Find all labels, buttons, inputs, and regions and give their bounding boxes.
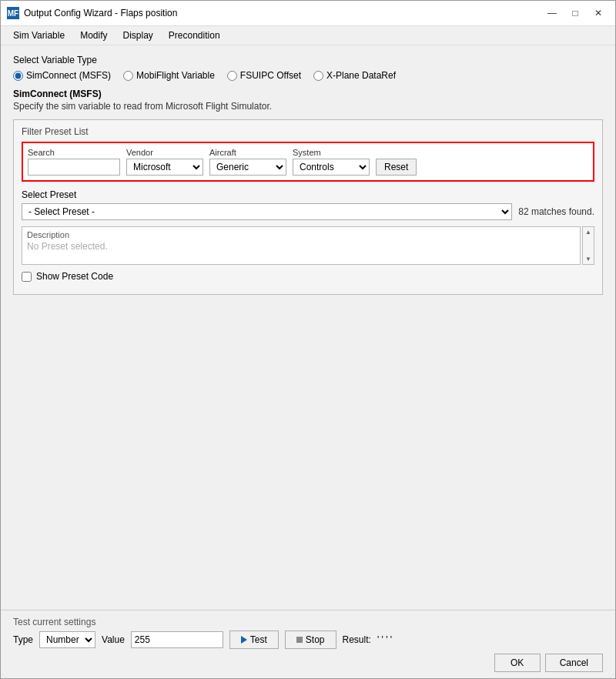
window-controls: — □ ✕: [541, 5, 609, 21]
result-value: ' ' ' ': [377, 634, 392, 645]
cancel-button[interactable]: Cancel: [545, 654, 603, 672]
scroll-down-icon[interactable]: ▼: [585, 256, 591, 263]
radio-xplane[interactable]: X-Plane DataRef: [313, 70, 396, 81]
main-window: MF Output Config Wizard - Flaps position…: [0, 0, 616, 679]
description-content: No Preset selected.: [27, 241, 575, 252]
description-label: Description: [27, 230, 575, 239]
type-select[interactable]: Number: [39, 631, 95, 648]
play-icon: [241, 636, 247, 644]
vendor-col: Vendor Microsoft: [126, 148, 203, 176]
select-preset-label: Select Preset: [22, 189, 594, 200]
app-icon: MF: [7, 7, 19, 19]
search-input[interactable]: [28, 159, 120, 176]
radio-xplane-input[interactable]: [313, 71, 323, 81]
type-label: Type: [13, 634, 33, 645]
aircraft-select[interactable]: Generic: [209, 159, 286, 176]
search-col: Search: [28, 148, 120, 176]
radio-fsuipc-input[interactable]: [227, 71, 237, 81]
system-select[interactable]: Controls: [293, 159, 370, 176]
result-label: Result:: [343, 634, 371, 645]
menu-bar: Sim Variable Modify Display Precondition: [1, 26, 615, 45]
test-row: Type Number Value Test Stop Result: ' ' …: [13, 630, 603, 649]
value-input[interactable]: [131, 631, 223, 648]
reset-button[interactable]: Reset: [376, 159, 417, 176]
menu-item-display[interactable]: Display: [116, 28, 159, 43]
test-button[interactable]: Test: [229, 630, 279, 649]
radio-fsuipc[interactable]: FSUIPC Offset: [227, 70, 301, 81]
filter-outer-box: Filter Preset List Search Vendor Microso…: [13, 119, 603, 295]
window-title: Output Config Wizard - Flaps position: [24, 8, 177, 18]
title-bar-left: MF Output Config Wizard - Flaps position: [7, 7, 177, 19]
menu-item-modify[interactable]: Modify: [74, 28, 113, 43]
system-label: System: [293, 148, 370, 157]
filter-row: Search Vendor Microsoft Aircraft Generic: [22, 142, 594, 182]
vendor-label: Vendor: [126, 148, 203, 157]
ok-button[interactable]: OK: [494, 654, 541, 672]
select-preset-section: Select Preset - Select Preset - 82 match…: [22, 189, 594, 282]
radio-mobiflight-input[interactable]: [123, 71, 133, 81]
maximize-button[interactable]: □: [564, 5, 586, 21]
preset-select[interactable]: - Select Preset -: [22, 203, 512, 220]
test-settings-label: Test current settings: [13, 617, 603, 627]
variable-type-label: Select Variable Type: [13, 55, 603, 65]
radio-simconnect-input[interactable]: [13, 71, 23, 81]
stop-button[interactable]: Stop: [285, 630, 336, 649]
value-label: Value: [102, 634, 125, 645]
description-wrapper: Description No Preset selected. ▲ ▼: [22, 226, 594, 265]
vendor-select[interactable]: Microsoft: [126, 159, 203, 176]
system-col: System Controls: [293, 148, 370, 176]
radio-mobiflight[interactable]: MobiFlight Variable: [123, 70, 215, 81]
variable-type-group: SimConnect (MSFS) MobiFlight Variable FS…: [13, 70, 603, 81]
simconnect-description: Specify the sim variable to read from Mi…: [13, 101, 603, 112]
main-content: Select Variable Type SimConnect (MSFS) M…: [1, 45, 615, 610]
description-box: Description No Preset selected.: [22, 226, 581, 265]
aircraft-col: Aircraft Generic: [209, 148, 286, 176]
show-preset-checkbox[interactable]: [22, 272, 32, 282]
description-scrollbar[interactable]: ▲ ▼: [582, 226, 594, 265]
preset-row: - Select Preset - 82 matches found.: [22, 203, 594, 220]
menu-item-simvariable[interactable]: Sim Variable: [7, 28, 71, 43]
close-button[interactable]: ✕: [588, 5, 609, 21]
minimize-button[interactable]: —: [541, 5, 563, 21]
aircraft-label: Aircraft: [209, 148, 286, 157]
show-preset-code-label[interactable]: Show Preset Code: [36, 271, 113, 282]
menu-item-precondition[interactable]: Precondition: [162, 28, 226, 43]
stop-icon: [296, 637, 303, 643]
title-bar: MF Output Config Wizard - Flaps position…: [1, 1, 615, 26]
matches-text: 82 matches found.: [518, 206, 594, 217]
ok-cancel-row: OK Cancel: [13, 654, 603, 672]
radio-simconnect[interactable]: SimConnect (MSFS): [13, 70, 111, 81]
bottom-bar: Test current settings Type Number Value …: [1, 610, 615, 678]
show-preset-row: Show Preset Code: [22, 271, 594, 282]
simconnect-title: SimConnect (MSFS): [13, 89, 603, 99]
filter-group-label: Filter Preset List: [22, 126, 594, 137]
search-label: Search: [28, 148, 120, 157]
scroll-up-icon[interactable]: ▲: [585, 229, 591, 236]
